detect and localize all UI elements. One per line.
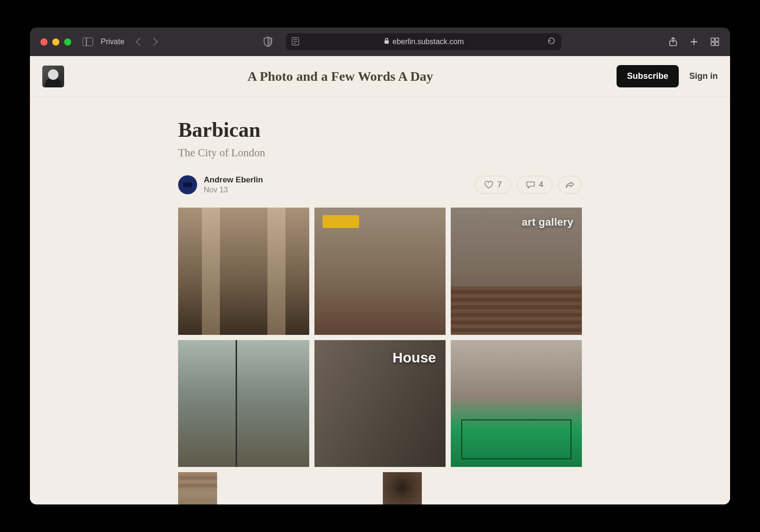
- gallery-photo[interactable]: [314, 208, 446, 335]
- comment-button[interactable]: 4: [517, 176, 552, 194]
- url-bar[interactable]: eberlin.substack.com: [286, 33, 561, 50]
- svg-rect-4: [385, 40, 389, 44]
- share-icon[interactable]: [668, 37, 678, 47]
- post-date: Nov 13: [204, 186, 263, 194]
- gallery-photo[interactable]: House: [314, 340, 446, 467]
- post: Barbican The City of London Andrew Eberl…: [178, 97, 582, 504]
- browser-window: Private eberlin.substack.com: [30, 28, 730, 504]
- gallery-photo[interactable]: [451, 340, 582, 467]
- comment-icon: [526, 180, 535, 189]
- author-block: Andrew Eberlin Nov 13: [204, 175, 263, 194]
- toolbar-right: [668, 37, 720, 47]
- back-button[interactable]: [135, 38, 143, 46]
- photo-caption: House: [392, 350, 436, 366]
- forward-button[interactable]: [150, 38, 158, 46]
- engagement-bar: 7 4: [475, 176, 582, 194]
- like-button[interactable]: 7: [475, 176, 511, 194]
- sidebar-toggle-icon[interactable]: [83, 38, 93, 46]
- url-text: eberlin.substack.com: [392, 38, 464, 46]
- heart-icon: [484, 180, 494, 189]
- svg-rect-9: [715, 38, 719, 41]
- share-button[interactable]: [558, 176, 582, 194]
- site-avatar[interactable]: [42, 66, 64, 87]
- gallery-photo[interactable]: [178, 208, 309, 335]
- svg-rect-8: [711, 38, 714, 41]
- gallery-photo[interactable]: [383, 472, 422, 504]
- author-name[interactable]: Andrew Eberlin: [204, 175, 263, 185]
- lock-icon: [384, 38, 390, 46]
- site-title[interactable]: A Photo and a Few Words A Day: [64, 69, 617, 84]
- traffic-lights: [40, 38, 71, 46]
- share-arrow-icon: [565, 181, 575, 189]
- byline-row: Andrew Eberlin Nov 13 7 4: [178, 175, 582, 194]
- tab-overview-icon[interactable]: [710, 37, 720, 47]
- window-close-button[interactable]: [40, 38, 48, 46]
- browser-titlebar: Private eberlin.substack.com: [30, 28, 730, 56]
- site-header: A Photo and a Few Words A Day Subscribe …: [30, 56, 730, 97]
- reload-icon[interactable]: [547, 37, 556, 47]
- new-tab-icon[interactable]: [689, 37, 699, 47]
- signin-link[interactable]: Sign in: [689, 71, 718, 81]
- post-subtitle: The City of London: [178, 147, 582, 159]
- nav-arrows: [137, 39, 157, 45]
- comment-count: 4: [539, 180, 543, 190]
- svg-rect-10: [711, 42, 714, 46]
- photo-grid: art gallery House: [178, 208, 582, 467]
- gallery-photo[interactable]: [178, 472, 217, 504]
- window-minimize-button[interactable]: [52, 38, 59, 46]
- like-count: 7: [497, 180, 502, 190]
- gallery-photo[interactable]: art gallery: [451, 208, 582, 335]
- subscribe-button[interactable]: Subscribe: [617, 65, 679, 87]
- privacy-shield-icon[interactable]: [263, 37, 273, 47]
- photo-grid-row: [178, 472, 582, 504]
- author-avatar[interactable]: [178, 175, 197, 194]
- photo-caption: art gallery: [522, 216, 573, 228]
- svg-rect-11: [715, 42, 719, 46]
- header-actions: Subscribe Sign in: [617, 65, 718, 87]
- private-mode-label: Private: [101, 38, 124, 46]
- post-title: Barbican: [178, 118, 582, 142]
- window-zoom-button[interactable]: [64, 38, 71, 46]
- page-content: A Photo and a Few Words A Day Subscribe …: [30, 56, 730, 504]
- reader-mode-icon[interactable]: [292, 37, 299, 47]
- gallery-photo[interactable]: [178, 340, 309, 467]
